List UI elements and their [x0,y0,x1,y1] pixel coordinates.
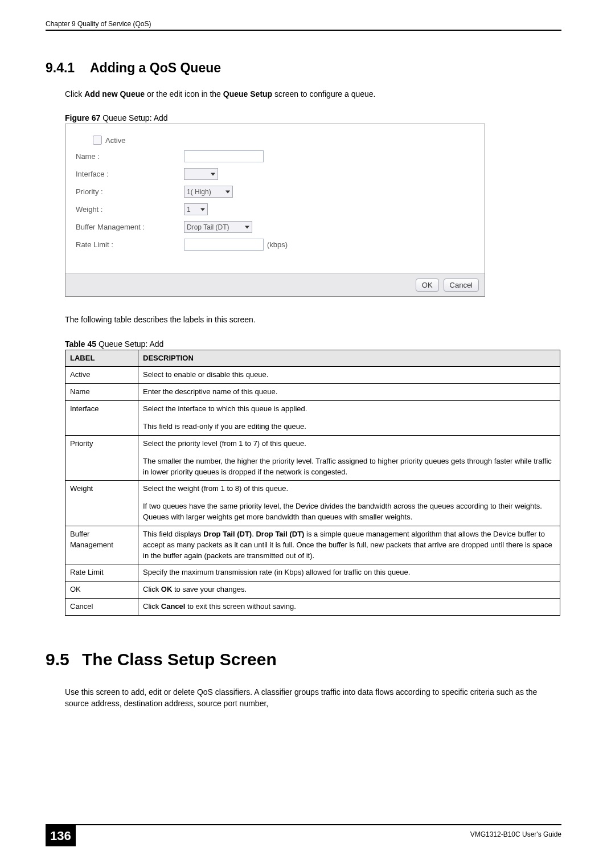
cell-label: Buffer Management [65,526,138,564]
weight-label: Weight : [76,205,184,214]
cell-label: Weight [65,481,138,526]
priority-label: Priority : [76,187,184,196]
weight-value: 1 [187,206,191,214]
table-row: PrioritySelect the priority level (from … [65,435,560,481]
buffer-mgmt-value: Drop Tail (DT) [187,223,229,231]
weight-select[interactable]: 1 [184,203,208,215]
cell-label: Rate Limit [65,564,138,582]
section-intro-text: Click Add new Queue or the edit icon in … [65,88,561,100]
table-row: OKClick OK to save your changes. [65,582,560,599]
interface-select[interactable] [184,168,218,180]
intro-bold-2: Queue Setup [223,89,272,99]
priority-select[interactable]: 1( High) [184,186,233,198]
page-number: 136 [46,825,76,846]
priority-value: 1( High) [187,188,211,196]
figure-button-bar: OK Cancel [65,273,485,296]
cell-description: This field displays Drop Tail (DT). Drop… [138,526,560,564]
intro-bold-1: Add new Queue [84,89,145,99]
table-label: Table 45 [65,339,96,349]
chapter-header: Chapter 9 Quality of Service (QoS) [46,20,561,31]
figure-caption-text: Queue Setup: Add [100,113,167,122]
cell-description: Select the weight (from 1 to 8) of this … [138,481,560,526]
cell-description: Select to enable or disable this queue. [138,367,560,384]
intro-post: screen to configure a queue. [272,89,375,99]
table-row: InterfaceSelect the interface to which t… [65,401,560,436]
section2-number: 9.5 [46,650,82,669]
th-description: DESCRIPTION [138,350,560,367]
cell-description: Click Cancel to exit this screen without… [138,599,560,616]
figure-caption: Figure 67 Queue Setup: Add [65,113,561,122]
table-row: ActiveSelect to enable or disable this q… [65,367,560,384]
intro-pre: Click [65,89,84,99]
active-checkbox[interactable] [93,136,102,145]
cell-label: OK [65,582,138,599]
table-row: Rate LimitSpecify the maximum transmissi… [65,564,560,582]
table-45-queue-setup-add: LABEL DESCRIPTION ActiveSelect to enable… [65,350,560,616]
cell-description: Specify the maximum transmission rate (i… [138,564,560,582]
cell-label: Active [65,367,138,384]
cancel-button[interactable]: Cancel [444,279,479,292]
buffer-mgmt-select[interactable]: Drop Tail (DT) [184,221,252,233]
cell-label: Priority [65,435,138,481]
section-title: Adding a QoS Queue [90,60,221,75]
table-caption: Table 45 Queue Setup: Add [65,339,561,349]
intro-mid: or the edit icon in the [145,89,223,99]
table-row: Buffer ManagementThis field displays Dro… [65,526,560,564]
table-intro-text: The following table describes the labels… [65,314,561,325]
page-footer: 136 VMG1312-B10C User's Guide [46,824,561,846]
cell-label: Cancel [65,599,138,616]
chapter-title-text: Chapter 9 Quality of Service (QoS) [46,20,151,28]
ok-button[interactable]: OK [416,279,439,292]
table-row: WeightSelect the weight (from 1 to 8) of… [65,481,560,526]
rate-limit-label: Rate Limit : [76,240,184,249]
active-label: Active [105,136,125,145]
th-label: LABEL [65,350,138,367]
cell-description: Select the priority level (from 1 to 7) … [138,435,560,481]
section-number: 9.4.1 [46,60,90,76]
rate-limit-unit: (kbps) [267,240,288,249]
buffer-mgmt-label: Buffer Management : [76,223,184,231]
section2-title: The Class Setup Screen [82,650,277,669]
cell-label: Interface [65,401,138,436]
guide-name: VMG1312-B10C User's Guide [470,830,561,838]
figure-label: Figure 67 [65,113,100,122]
rate-limit-input[interactable] [184,239,264,251]
cell-description: Enter the descriptive name of this queue… [138,384,560,401]
cell-label: Name [65,384,138,401]
cell-description: Click OK to save your changes. [138,582,560,599]
section-9-5-heading: 9.5The Class Setup Screen [46,650,561,669]
table-row: CancelClick Cancel to exit this screen w… [65,599,560,616]
table-row: NameEnter the descriptive name of this q… [65,384,560,401]
name-input[interactable] [184,150,264,162]
interface-label: Interface : [76,170,184,178]
table-caption-text: Queue Setup: Add [96,339,163,349]
cell-description: Select the interface to which this queue… [138,401,560,436]
name-label: Name : [76,152,184,161]
section2-body: Use this screen to add, edit or delete Q… [65,686,561,710]
section-9-4-1-heading: 9.4.1Adding a QoS Queue [46,60,561,76]
figure-67-queue-setup-add: Active Name : Interface : Priority : 1( … [65,124,485,297]
